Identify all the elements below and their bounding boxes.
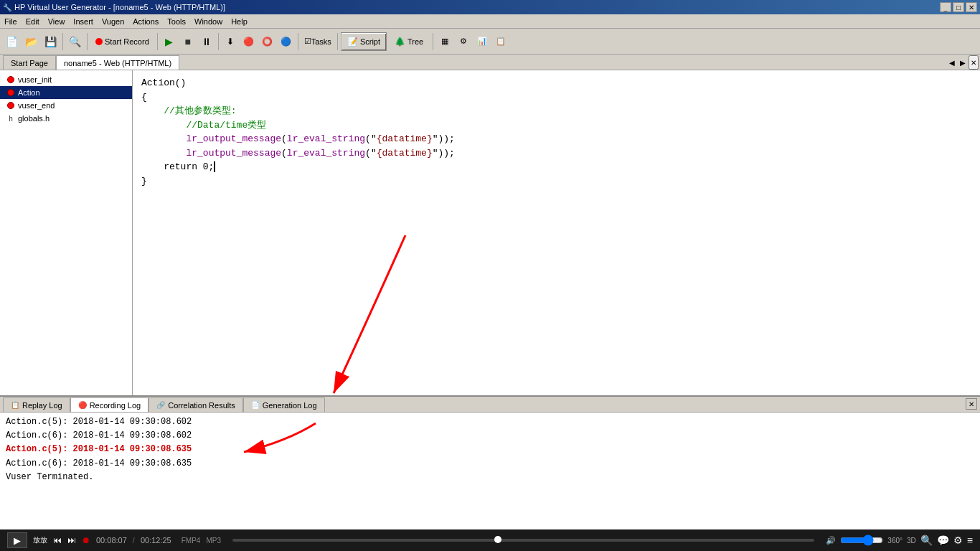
maximize-button[interactable]: □ xyxy=(953,2,964,12)
step-icon: ⬇ xyxy=(227,37,234,47)
toolbar-misc3-btn[interactable]: 📊 xyxy=(473,32,491,52)
code-line-8: return 0; xyxy=(141,160,971,174)
toolbar-open-btn[interactable]: 📂 xyxy=(22,32,40,52)
search-icon: 🔍 xyxy=(69,36,81,47)
start-record-button[interactable]: Start Record xyxy=(90,32,154,52)
main-container: vuser_init Action vuser_end h globals.h … xyxy=(0,70,980,395)
toolbar-bp2-btn[interactable]: ⭕ xyxy=(259,32,276,52)
bp3-icon: 🔵 xyxy=(281,37,291,47)
volume-slider[interactable] xyxy=(840,534,883,546)
code-line-2: { xyxy=(141,90,971,105)
separator-7 xyxy=(433,33,433,50)
save-icon: 💾 xyxy=(44,36,57,47)
media-record-button[interactable]: ⏺ xyxy=(82,535,90,545)
media-time-separator: / xyxy=(133,536,135,545)
code-line-4: //Data/time类型 xyxy=(141,118,971,133)
menu-insert[interactable]: Insert xyxy=(69,16,98,27)
tab-nav-arrows: ◀ ▶ ✕ xyxy=(947,55,980,70)
separator-6 xyxy=(337,33,338,50)
separator-2 xyxy=(87,33,88,50)
menu-file[interactable]: File xyxy=(0,16,22,27)
code-line-9: } xyxy=(141,174,971,189)
menu-view[interactable]: View xyxy=(44,16,70,27)
menu-window[interactable]: Window xyxy=(190,16,227,27)
toolbar-save-btn[interactable]: 💾 xyxy=(42,32,60,52)
separator-4 xyxy=(218,33,219,50)
record-dot-icon xyxy=(95,38,103,45)
media-bar: ▶ 放放 ⏮ ⏭ ⏺ 00:08:07 / 00:12:25 FMP4 MP3 … xyxy=(0,529,980,551)
tab-replay-log[interactable]: 📋 Replay Log xyxy=(3,397,70,412)
close-all-logs-button[interactable]: ✕ xyxy=(966,398,977,410)
string-val-2: {datatime} xyxy=(377,148,433,159)
next-icon: ⏭ xyxy=(67,535,76,545)
code-editor[interactable]: Action() { //其他参数类型: //Data/time类型 lr_ou… xyxy=(133,70,980,395)
menu-vugen[interactable]: Vugen xyxy=(98,16,128,27)
log-line-2: Action.c(6): 2018-01-14 09:30:08.602 xyxy=(6,429,974,443)
correlation-results-label: Correlation Results xyxy=(168,401,235,410)
script-icon: 📝 xyxy=(347,37,358,47)
script-view-button[interactable]: 📝 Script xyxy=(341,32,387,51)
globals-label: globals.h xyxy=(18,114,50,123)
script-label: Script xyxy=(360,37,380,46)
media-search-button[interactable]: 🔍 xyxy=(920,534,933,546)
vuser-init-icon xyxy=(6,75,16,85)
media-current-time: 00:08:07 xyxy=(96,536,127,545)
tab-generation-log[interactable]: 📄 Generation Log xyxy=(243,397,325,412)
minimize-button[interactable]: _ xyxy=(940,2,951,12)
media-next-button[interactable]: ⏭ xyxy=(67,535,76,545)
tab-correlation-results[interactable]: 🔗 Correlation Results xyxy=(149,397,243,412)
code-line-3: //其他参数类型: xyxy=(141,104,971,118)
tab-noname5[interactable]: noname5 - Web (HTTP/HTML) xyxy=(56,55,179,70)
media-prev-button[interactable]: ⏮ xyxy=(53,535,62,545)
misc2-icon: ⚙ xyxy=(460,37,467,46)
toolbar-bp-btn[interactable]: 🔴 xyxy=(240,32,258,52)
toolbar-search-btn[interactable]: 🔍 xyxy=(66,32,84,52)
close-button[interactable]: ✕ xyxy=(966,2,977,12)
separator-3 xyxy=(157,33,158,50)
tree-item-vuser-init[interactable]: vuser_init xyxy=(0,73,132,86)
tree-item-globals[interactable]: h globals.h xyxy=(0,112,132,125)
tasks-label: Tasks xyxy=(311,37,331,46)
media-progress-bar[interactable] xyxy=(232,539,814,542)
menu-actions[interactable]: Actions xyxy=(128,16,163,27)
menu-tools[interactable]: Tools xyxy=(163,16,190,27)
media-fullscreen-button[interactable]: ≡ xyxy=(967,534,973,546)
media-right-controls: 🔊 360° 3D 🔍 💬 ⚙ ≡ xyxy=(826,534,973,546)
menu-edit[interactable]: Edit xyxy=(22,16,44,27)
tasks-icon: ☑ xyxy=(304,37,311,46)
tasks-btn[interactable]: ☑ Tasks xyxy=(301,32,334,52)
toolbar-step-btn[interactable]: ⬇ xyxy=(222,32,239,52)
tab-close-button[interactable]: ✕ xyxy=(969,55,979,70)
menu-help[interactable]: Help xyxy=(227,16,252,27)
media-format-2: MP3 xyxy=(206,537,221,545)
log-line-3: Action.c(5): 2018-01-14 09:30:08.635 xyxy=(6,443,974,456)
media-resolution: 360° xyxy=(887,537,903,545)
tree-item-vuser-end[interactable]: vuser_end xyxy=(0,99,132,112)
tree-view-button[interactable]: 🌲 Tree xyxy=(388,32,430,51)
toolbar-misc4-btn[interactable]: 📋 xyxy=(492,32,509,52)
play-icon: ▶ xyxy=(14,535,21,546)
tab-nav-left[interactable]: ◀ xyxy=(947,55,957,70)
toolbar: 📄 📂 💾 🔍 Start Record ▶ ■ ⏸ ⬇ 🔴 ⭕ 🔵 ☑ Tas… xyxy=(0,29,980,55)
tree-icon: 🌲 xyxy=(395,37,405,47)
recording-log-label: Recording Log xyxy=(90,401,141,410)
tab-start-page[interactable]: Start Page xyxy=(3,55,56,70)
toolbar-new-btn[interactable]: 📄 xyxy=(3,32,21,52)
title-bar-left: 🔧 HP Virtual User Generator - [noname5 -… xyxy=(3,3,225,11)
toolbar-misc2-btn[interactable]: ⚙ xyxy=(455,32,472,52)
toolbar-misc1-btn[interactable]: ▦ xyxy=(436,32,453,52)
toolbar-bp3-btn[interactable]: 🔵 xyxy=(278,32,295,52)
media-caption-button[interactable]: 💬 xyxy=(937,534,949,546)
toolbar-pause-btn[interactable]: ⏸ xyxy=(198,32,215,52)
toolbar-stop-btn[interactable]: ■ xyxy=(179,32,197,52)
bottom-tabs: 📋 Replay Log 🔴 Recording Log 🔗 Correlati… xyxy=(0,397,980,413)
tab-nav-right[interactable]: ▶ xyxy=(958,55,968,70)
media-play-button[interactable]: ▶ xyxy=(7,532,27,548)
tree-item-action[interactable]: Action xyxy=(0,86,132,99)
code-line-6: lr_output_message(lr_eval_string("{datat… xyxy=(141,146,971,161)
document-tabs: Start Page noname5 - Web (HTTP/HTML) ◀ ▶… xyxy=(0,55,980,70)
tab-recording-log[interactable]: 🔴 Recording Log xyxy=(70,397,149,412)
stop-icon: ■ xyxy=(185,36,191,47)
media-settings-button[interactable]: ⚙ xyxy=(953,534,963,546)
toolbar-run-btn[interactable]: ▶ xyxy=(161,32,178,52)
